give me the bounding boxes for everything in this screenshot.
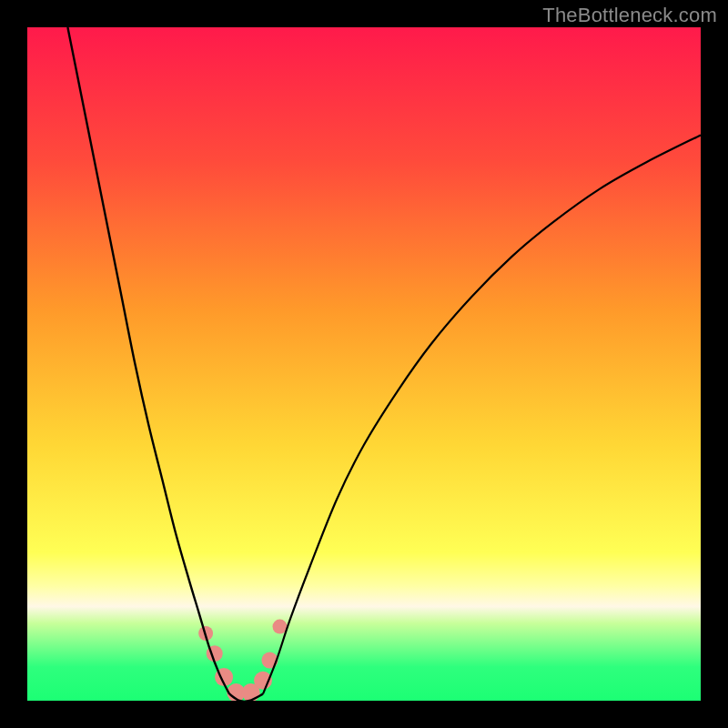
curve-left-branch	[67, 27, 229, 694]
curve-right-branch	[263, 135, 701, 693]
watermark-label: TheBottleneck.com	[542, 4, 717, 27]
plot-area	[27, 27, 701, 701]
curve-layer	[27, 27, 701, 701]
marker-group	[198, 620, 287, 701]
chart-frame: TheBottleneck.com	[0, 0, 728, 728]
